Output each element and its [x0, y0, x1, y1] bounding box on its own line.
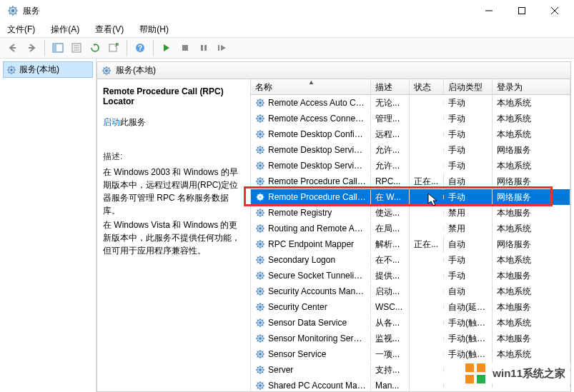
cell-name: RPC Endpoint Mapper — [268, 239, 354, 249]
cell-logon: 本地服务 — [493, 299, 570, 316]
minimize-button[interactable] — [472, 0, 505, 21]
cell-name: Server — [268, 365, 293, 375]
col-desc[interactable]: 描述 — [371, 79, 410, 94]
window-title: 服务 — [23, 5, 472, 17]
cell-start: 手动 — [444, 95, 493, 111]
start-service-link[interactable]: 启动 — [103, 117, 120, 127]
cell-start: 手动 — [444, 126, 493, 143]
watermark: win11系统之家 — [464, 362, 565, 385]
desc-label: 描述: — [103, 150, 244, 163]
table-row[interactable]: Routing and Remote Acc...在局...禁用本地系统 — [251, 221, 570, 236]
menu-file[interactable]: 文件(F) — [4, 22, 38, 37]
col-logon[interactable]: 登录为 — [493, 79, 570, 94]
cell-logon: 网络服务 — [493, 142, 570, 159]
cell-logon: 本地系统 — [493, 111, 570, 127]
cell-desc: 提供... — [371, 268, 410, 284]
cell-name: Security Center — [268, 302, 327, 312]
cell-start: 手动 — [444, 158, 493, 174]
desc-text-2: 在 Windows Vista 和 Windows 的更新版本中，此服务不提供任… — [103, 218, 244, 257]
pause-service-button[interactable] — [195, 39, 212, 56]
cell-start: 禁用 — [444, 221, 493, 237]
table-row[interactable]: Remote Registry使远...禁用本地服务 — [251, 205, 570, 221]
gear-icon — [255, 365, 265, 375]
cell-desc: 从各... — [371, 315, 410, 331]
maximize-button[interactable] — [505, 0, 538, 21]
cell-status — [410, 195, 444, 199]
restart-service-button[interactable] — [214, 39, 231, 56]
col-status[interactable]: 状态 — [410, 79, 444, 94]
watermark-logo-icon — [464, 362, 487, 385]
cell-logon: 本地系统 — [493, 95, 570, 111]
properties-button[interactable] — [68, 39, 85, 56]
cell-status — [410, 148, 444, 152]
cell-desc: RPC... — [371, 174, 410, 189]
table-row[interactable]: Secure Socket Tunneling ...提供...手动本地服务 — [251, 268, 570, 283]
cell-logon: 本地系统 — [493, 346, 570, 363]
cell-status — [410, 116, 444, 121]
close-button[interactable] — [538, 0, 571, 21]
cell-start: 手动 — [444, 111, 493, 127]
cell-start: 手动 — [444, 268, 493, 284]
cell-name: Sensor Service — [268, 349, 326, 359]
tree-root-item[interactable]: 服务(本地) — [3, 61, 93, 78]
cell-logon: 网络服务 — [493, 236, 570, 253]
content-title: 服务(本地) — [116, 64, 156, 76]
export-button[interactable] — [105, 39, 122, 56]
svg-rect-27 — [204, 45, 207, 51]
cell-logon: 网络服务 — [493, 174, 570, 190]
table-row[interactable]: Sensor Monitoring Service监视...手动(触发...本地… — [251, 331, 570, 346]
tree-panel: 服务(本地) — [0, 59, 97, 392]
cell-name: Routing and Remote Acc... — [268, 223, 366, 233]
menu-help[interactable]: 帮助(H) — [137, 22, 172, 37]
cell-status: 正在... — [410, 236, 444, 253]
cell-status — [410, 101, 444, 105]
table-row[interactable]: Security Accounts Manag...启动...自动本地系统 — [251, 283, 570, 299]
table-row[interactable]: Remote Desktop Configu...远程...手动本地系统 — [251, 126, 570, 142]
cell-name: Sensor Data Service — [268, 318, 347, 328]
table-row[interactable]: Remote Procedure Call (...RPC...正在...自动网… — [251, 174, 570, 189]
cell-desc: 在 W... — [371, 189, 410, 206]
table-row[interactable]: RPC Endpoint Mapper解析...正在...自动网络服务 — [251, 236, 570, 252]
cell-desc: 管理... — [371, 111, 410, 127]
table-row[interactable]: Remote Access Connecti...管理...手动本地系统 — [251, 111, 570, 126]
help-button[interactable]: ? — [132, 39, 149, 56]
table-row[interactable]: Remote Desktop Service...允许...手动本地系统 — [251, 158, 570, 174]
show-hide-tree-button[interactable] — [49, 39, 66, 56]
gear-icon — [255, 255, 265, 265]
refresh-button[interactable] — [86, 39, 104, 56]
forward-button[interactable] — [23, 39, 40, 56]
cell-logon: 本地服务 — [493, 331, 570, 347]
cell-status — [410, 289, 444, 293]
table-row[interactable]: Remote Procedure Call (...在 W...手动网络服务 — [251, 189, 570, 205]
svg-rect-28 — [218, 45, 219, 51]
cell-status: 正在... — [410, 174, 444, 190]
svg-rect-17 — [53, 44, 56, 52]
cell-desc: 允许... — [371, 158, 410, 174]
col-start[interactable]: 启动类型 — [444, 79, 493, 94]
cell-desc: 在不... — [371, 252, 410, 268]
menu-action[interactable]: 操作(A) — [48, 22, 82, 37]
stop-service-button[interactable] — [177, 39, 194, 56]
cell-status — [410, 273, 444, 278]
back-button[interactable] — [4, 39, 21, 56]
table-row[interactable]: Security CenterWSC...自动(延迟...本地服务 — [251, 299, 570, 315]
table-row[interactable]: Sensor Data Service从各...手动(触发...本地系统 — [251, 315, 570, 331]
menu-view[interactable]: 查看(V) — [92, 22, 127, 37]
table-row[interactable]: Secondary Logon在不...手动本地系统 — [251, 252, 570, 268]
cell-logon: 本地服务 — [493, 268, 570, 284]
table-row[interactable]: Remote Desktop Services允许...手动网络服务 — [251, 142, 570, 158]
start-service-button[interactable] — [158, 39, 175, 56]
cell-desc: 允许... — [371, 142, 410, 159]
gear-icon — [255, 333, 265, 343]
cell-start: 手动(触发... — [444, 315, 493, 331]
gear-icon — [255, 129, 265, 139]
table-row[interactable]: Remote Access Auto Con...无论...手动本地系统 — [251, 95, 570, 111]
column-headers: ▲ 名称 描述 状态 启动类型 登录为 — [251, 79, 570, 95]
cell-logon: 本地系统 — [493, 158, 570, 174]
cell-name: Remote Desktop Services — [268, 145, 366, 155]
cell-name: Remote Registry — [268, 208, 332, 218]
service-rows[interactable]: Remote Access Auto Con...无论...手动本地系统Remo… — [251, 95, 570, 391]
gear-icon — [255, 176, 265, 186]
table-row[interactable]: Sensor Service一项...手动(触发...本地系统 — [251, 346, 570, 362]
cell-logon: 本地系统 — [493, 315, 570, 331]
